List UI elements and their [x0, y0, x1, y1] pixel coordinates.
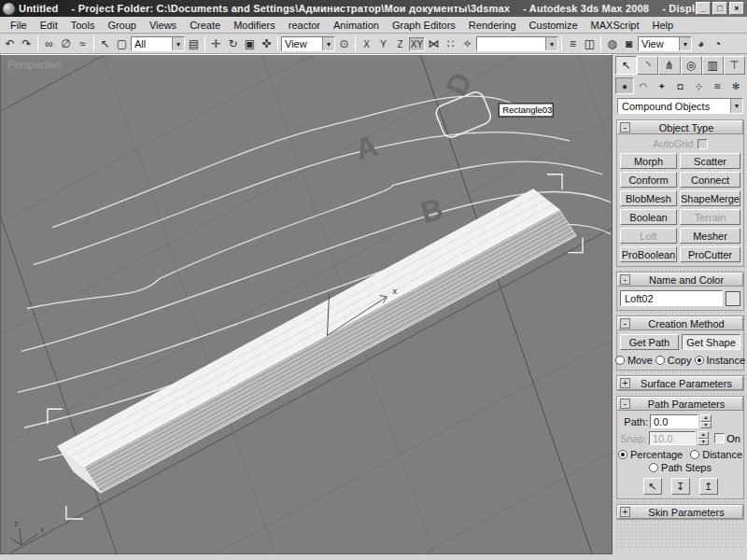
minimize-button[interactable]: _	[696, 2, 711, 15]
menu-graph-editors[interactable]: Graph Editors	[386, 19, 462, 32]
path-parameters-header[interactable]: - Path Parameters	[617, 397, 743, 411]
path-spinner[interactable]: ▴ ▾	[700, 414, 712, 428]
menu-maxscript[interactable]: MAXScript	[585, 19, 646, 32]
bind-to-space-warp-icon[interactable]: ≈	[75, 36, 91, 52]
selection-filter-dropdown[interactable]: All ▾	[131, 36, 185, 51]
procutter-button[interactable]: ProCutter	[680, 246, 740, 262]
shapemerge-button[interactable]: ShapeMerge	[680, 190, 740, 206]
quick-render-icon[interactable]: ◔	[710, 36, 726, 52]
expand-icon[interactable]: +	[620, 507, 630, 517]
boolean-button[interactable]: Boolean	[620, 209, 677, 225]
rectangular-selection-region-icon[interactable]: ▢	[114, 36, 130, 52]
select-and-manipulate-icon[interactable]: ✜	[259, 36, 275, 52]
viewport-canvas[interactable]: x A B D Rectangle03	[1, 55, 612, 553]
close-button[interactable]: ×	[729, 2, 744, 15]
undo-icon[interactable]: ↶	[2, 36, 18, 52]
tab-display[interactable]: ▥	[702, 56, 724, 75]
blobmesh-button[interactable]: BlobMesh	[620, 190, 677, 206]
redo-icon[interactable]: ↷	[19, 36, 35, 52]
render-production-icon[interactable]: ◕	[693, 36, 709, 52]
spinner-down-icon[interactable]: ▾	[700, 422, 712, 429]
previous-shape-icon[interactable]: ↧	[671, 478, 690, 495]
proboolean-button[interactable]: ProBoolean	[620, 246, 677, 262]
menu-animation[interactable]: Animation	[327, 19, 386, 32]
autogrid-checkbox[interactable]	[698, 139, 708, 149]
category-space-warps-icon[interactable]: ≋	[708, 77, 726, 94]
category-cameras-icon[interactable]: ◘	[671, 77, 690, 94]
unlink-selection-icon[interactable]: ∅	[58, 36, 74, 52]
tab-motion[interactable]: ◎	[681, 56, 702, 75]
axis-constraint-xy-button[interactable]: XY	[409, 37, 425, 51]
tab-utilities[interactable]: ⊤	[724, 56, 745, 75]
reference-coordinate-system-dropdown[interactable]: View ▾	[281, 36, 335, 51]
menu-tools[interactable]: Tools	[64, 19, 102, 32]
render-setup-icon[interactable]: ◙	[621, 36, 637, 52]
expand-icon[interactable]: +	[620, 378, 630, 388]
select-and-move-icon[interactable]: ✛	[208, 36, 224, 52]
menu-create[interactable]: Create	[183, 19, 227, 32]
snaps-toggle-icon[interactable]: ∷	[443, 36, 458, 52]
named-selection-sets-dropdown[interactable]: ▾	[476, 36, 558, 51]
object-color-swatch[interactable]	[726, 291, 740, 306]
name-and-color-header[interactable]: - Name and Color	[617, 273, 743, 287]
tab-create[interactable]: ↖	[615, 56, 637, 75]
axis-constraint-x-button[interactable]: X	[359, 37, 374, 51]
collapse-icon[interactable]: -	[620, 122, 630, 133]
category-geometry-icon[interactable]: ●	[615, 77, 634, 94]
mirror-icon[interactable]: ⋈	[426, 36, 442, 52]
category-lights-icon[interactable]: ✦	[653, 77, 671, 94]
conform-button[interactable]: Conform	[620, 172, 677, 188]
axis-constraint-z-button[interactable]: Z	[392, 37, 408, 51]
render-preset-dropdown[interactable]: View ▾	[638, 36, 692, 51]
scatter-button[interactable]: Scatter	[680, 153, 740, 169]
creation-method-header[interactable]: - Creation Method	[617, 316, 743, 330]
mesher-button[interactable]: Mesher	[680, 228, 740, 244]
category-shapes-icon[interactable]: ◠	[634, 77, 653, 94]
menu-file[interactable]: File	[4, 19, 34, 32]
surface-parameters-header[interactable]: + Surface Parameters	[617, 376, 743, 390]
schematic-view-icon[interactable]: ◫	[582, 36, 598, 52]
object-type-header[interactable]: - Object Type	[617, 120, 743, 134]
instance-radio[interactable]	[695, 356, 704, 365]
skin-parameters-header[interactable]: + Skin Parameters	[617, 505, 743, 519]
menu-edit[interactable]: Edit	[34, 19, 64, 32]
category-helpers-icon[interactable]: ⊹	[689, 77, 708, 94]
spinner-up-icon[interactable]: ▴	[700, 414, 712, 422]
use-pivot-point-center-icon[interactable]: ⊙	[336, 36, 352, 52]
get-path-button[interactable]: Get Path	[620, 334, 679, 350]
perspective-viewport[interactable]: x A B D Rectangle03	[0, 54, 613, 554]
menu-help[interactable]: Help	[646, 19, 681, 32]
select-and-scale-icon[interactable]: ▣	[242, 36, 258, 52]
select-and-rotate-icon[interactable]: ↻	[225, 36, 241, 52]
chevron-down-icon[interactable]: ▾	[679, 37, 691, 50]
chevron-down-icon[interactable]: ▾	[730, 99, 742, 113]
snap-on-checkbox[interactable]	[714, 433, 725, 443]
select-object-icon[interactable]: ↖	[97, 36, 113, 52]
menu-customize[interactable]: Customize	[523, 19, 585, 32]
axis-constraint-y-button[interactable]: Y	[375, 37, 391, 51]
copy-radio[interactable]	[655, 356, 665, 365]
loft-object[interactable]	[58, 189, 576, 493]
material-editor-icon[interactable]: ◍	[604, 36, 620, 52]
menu-group[interactable]: Group	[101, 19, 143, 32]
next-shape-icon[interactable]: ↥	[699, 478, 718, 495]
select-and-link-icon[interactable]: ∞	[41, 36, 57, 52]
collapse-icon[interactable]: -	[620, 399, 630, 409]
pick-shape-icon[interactable]: ↖	[643, 478, 662, 495]
menu-modifiers[interactable]: Modifiers	[227, 19, 282, 32]
move-radio[interactable]	[615, 356, 625, 365]
collapse-icon[interactable]: -	[620, 274, 630, 285]
tab-modify[interactable]: ◝	[637, 56, 658, 75]
connect-button[interactable]: Connect	[680, 172, 740, 188]
maximize-button[interactable]: □	[712, 2, 727, 15]
path-steps-radio[interactable]	[649, 463, 658, 472]
menu-rendering[interactable]: Rendering	[462, 19, 523, 32]
collapse-icon[interactable]: -	[620, 318, 630, 329]
viewport-label[interactable]: Perspective	[7, 59, 61, 70]
object-class-dropdown[interactable]: Compound Objects ▾	[617, 98, 743, 114]
chevron-down-icon[interactable]: ▾	[322, 37, 334, 50]
get-shape-button[interactable]: Get Shape	[682, 334, 740, 350]
category-systems-icon[interactable]: ✻	[726, 77, 745, 94]
object-name-field[interactable]: Loft02	[620, 290, 723, 306]
loft-shape-splines[interactable]	[18, 96, 611, 460]
